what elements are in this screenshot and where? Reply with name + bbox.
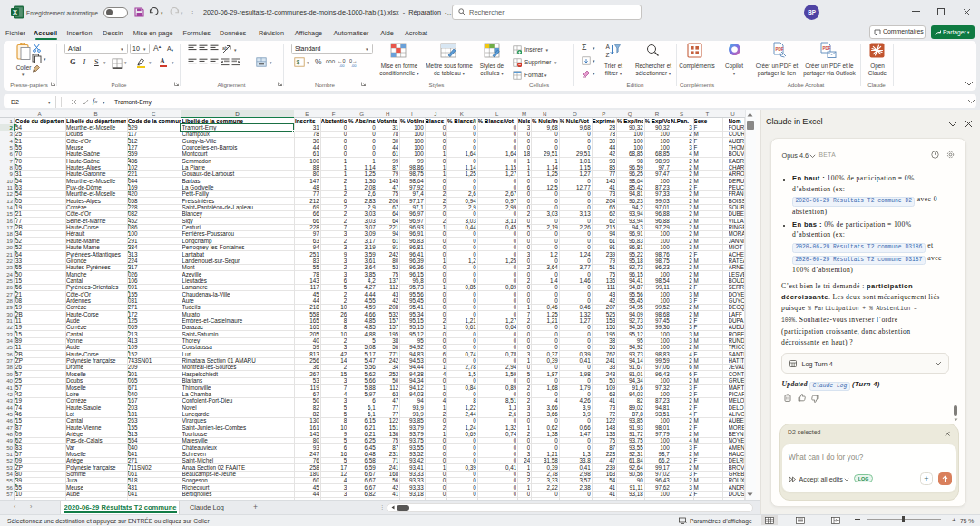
- svg-text:PDF: PDF: [823, 46, 831, 51]
- svg-text:$: $: [297, 59, 300, 65]
- svg-text:A: A: [606, 44, 611, 50]
- svg-text:PDF: PDF: [776, 47, 784, 52]
- svg-text:Z: Z: [606, 52, 610, 58]
- svg-text:,00: ,00: [351, 63, 357, 68]
- svg-text:ab: ab: [222, 45, 228, 51]
- svg-text:,00: ,00: [339, 63, 345, 68]
- svg-text:X: X: [13, 8, 17, 16]
